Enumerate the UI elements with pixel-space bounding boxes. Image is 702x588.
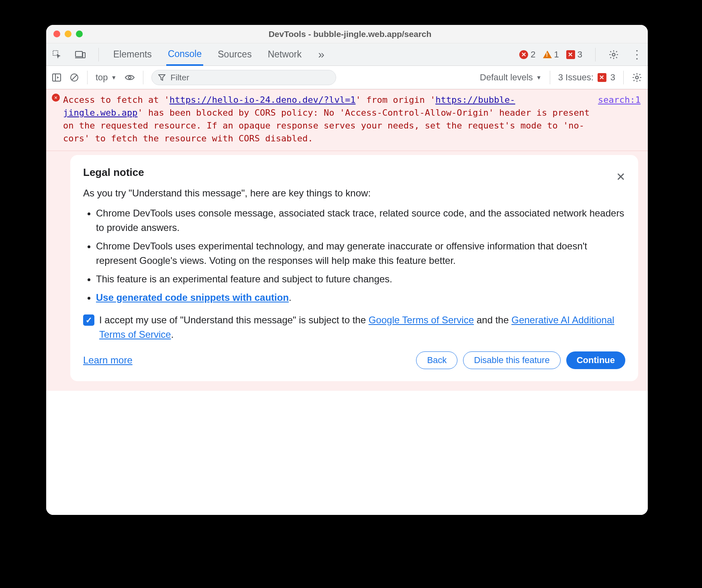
error-icon: ✕ <box>519 50 528 59</box>
accept-row: ✓ I accept my use of "Understand this me… <box>83 313 625 342</box>
message-icon: ✕ <box>566 50 575 59</box>
legal-bullet: Chrome DevTools uses console message, as… <box>96 206 625 235</box>
button-label: Disable this feature <box>474 355 549 365</box>
google-tos-link[interactable]: Google Terms of Service <box>369 314 474 325</box>
divider <box>87 71 88 84</box>
error-message: Access to fetch at 'https://hello-io-24.… <box>63 94 590 145</box>
window-title: DevTools - bubble-jingle.web.app/search <box>88 29 641 39</box>
legal-bullet: Use generated code snippets with caution… <box>96 290 625 305</box>
message-count-badge[interactable]: ✕ 3 <box>566 49 582 60</box>
more-tabs-icon[interactable]: » <box>316 49 327 60</box>
issue-icon: ✕ <box>598 73 606 82</box>
tab-sources[interactable]: Sources <box>216 43 253 65</box>
console-toolbar: top ▼ Filter Default levels ▼ 3 Issues: … <box>46 66 648 89</box>
live-expression-icon[interactable] <box>124 74 135 81</box>
divider <box>595 48 596 61</box>
inspect-icon[interactable] <box>52 49 62 60</box>
levels-label: Default levels <box>480 72 533 83</box>
issues-label: 3 Issues: <box>558 72 594 83</box>
tab-label: Network <box>268 49 302 60</box>
divider <box>98 48 99 61</box>
filter-input[interactable]: Filter <box>151 70 336 85</box>
divider <box>623 71 624 84</box>
error-count-badge[interactable]: ✕ 2 <box>519 49 535 60</box>
warning-count: 1 <box>554 49 559 60</box>
learn-more-link[interactable]: Learn more <box>83 355 133 366</box>
minimize-window-button[interactable] <box>65 31 71 37</box>
error-icon: ✕ <box>52 94 63 145</box>
tab-elements[interactable]: Elements <box>112 43 153 65</box>
console-settings-icon[interactable] <box>632 72 642 83</box>
warning-icon <box>543 51 552 58</box>
button-label: Back <box>427 355 447 365</box>
issues-badge[interactable]: 3 Issues: ✕ 3 <box>558 72 615 83</box>
error-link-fetch-url[interactable]: https://hello-io-24.deno.dev/?lvl=1 <box>169 95 356 105</box>
devtools-window: DevTools - bubble-jingle.web.app/search … <box>46 25 648 515</box>
legal-list: Chrome DevTools uses console message, as… <box>83 206 625 305</box>
console-body[interactable]: ✕ Access to fetch at 'https://hello-io-2… <box>46 89 648 515</box>
divider <box>143 71 143 84</box>
caution-link[interactable]: Use generated code snippets with caution <box>96 292 289 303</box>
log-levels-dropdown[interactable]: Default levels ▼ <box>480 72 542 83</box>
issues-count: 3 <box>610 72 615 83</box>
settings-icon[interactable] <box>608 49 619 60</box>
disable-feature-button[interactable]: Disable this feature <box>463 351 560 369</box>
legal-bullet: This feature is an experimental feature … <box>96 272 625 286</box>
tab-label: Console <box>168 49 202 59</box>
tab-label: Sources <box>218 49 251 60</box>
divider <box>550 71 550 84</box>
device-toolbar-icon[interactable] <box>75 49 86 60</box>
chevron-down-icon: ▼ <box>111 74 117 81</box>
clear-console-icon[interactable] <box>69 73 79 82</box>
devtools-tabs: Elements Console Sources Network » ✕ 2 1… <box>46 43 648 66</box>
back-button[interactable]: Back <box>416 351 457 369</box>
message-count: 3 <box>578 49 582 60</box>
status-badges: ✕ 2 1 ✕ 3 <box>519 49 582 60</box>
tab-console[interactable]: Console <box>166 44 203 66</box>
accept-text: I accept my use of "Understand this mess… <box>99 313 625 342</box>
execution-context-dropdown[interactable]: top ▼ <box>96 72 116 83</box>
filter-placeholder: Filter <box>170 73 189 82</box>
svg-point-7 <box>636 76 639 79</box>
error-count: 2 <box>531 49 535 60</box>
svg-point-6 <box>129 76 131 78</box>
legal-card-area: Legal notice ✕ As you try "Understand th… <box>46 151 648 391</box>
legal-bullet: Chrome DevTools uses experimental techno… <box>96 239 625 268</box>
kebab-menu-icon[interactable]: ⋮ <box>632 49 642 60</box>
filter-icon <box>158 74 165 81</box>
context-label: top <box>96 72 108 83</box>
toggle-sidebar-icon[interactable] <box>52 73 61 82</box>
zoom-window-button[interactable] <box>76 31 83 37</box>
chevron-down-icon: ▼ <box>536 74 542 81</box>
svg-rect-4 <box>53 74 61 81</box>
continue-button[interactable]: Continue <box>566 351 625 369</box>
titlebar: DevTools - bubble-jingle.web.app/search <box>46 25 648 43</box>
svg-rect-1 <box>76 51 82 57</box>
error-source-link[interactable]: search:1 <box>590 94 641 145</box>
legal-intro: As you try "Understand this message", he… <box>83 188 625 199</box>
tab-network[interactable]: Network <box>266 43 303 65</box>
svg-point-3 <box>612 53 615 56</box>
svg-rect-2 <box>83 53 85 58</box>
close-icon[interactable]: ✕ <box>616 170 625 184</box>
legal-footer: Learn more Back Disable this feature Con… <box>83 351 625 369</box>
window-controls <box>53 31 83 37</box>
close-window-button[interactable] <box>53 31 60 37</box>
warning-count-badge[interactable]: 1 <box>543 49 559 60</box>
console-error-row[interactable]: ✕ Access to fetch at 'https://hello-io-2… <box>46 89 648 151</box>
legal-title: Legal notice <box>83 166 616 179</box>
legal-notice-card: Legal notice ✕ As you try "Understand th… <box>70 155 638 381</box>
accept-checkbox[interactable]: ✓ <box>83 314 94 326</box>
tab-label: Elements <box>113 49 152 60</box>
button-label: Continue <box>577 355 615 365</box>
